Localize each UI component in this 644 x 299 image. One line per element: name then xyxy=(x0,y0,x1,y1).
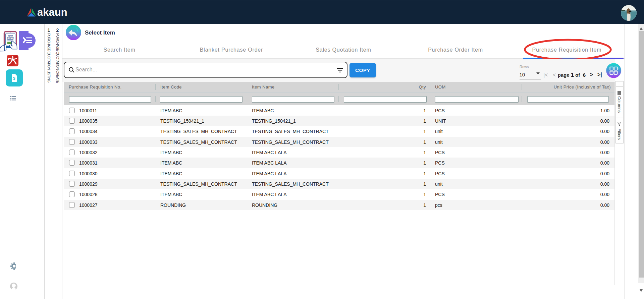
svg-text:$: $ xyxy=(13,76,15,81)
svg-text:QUOTE: QUOTE xyxy=(7,37,14,39)
